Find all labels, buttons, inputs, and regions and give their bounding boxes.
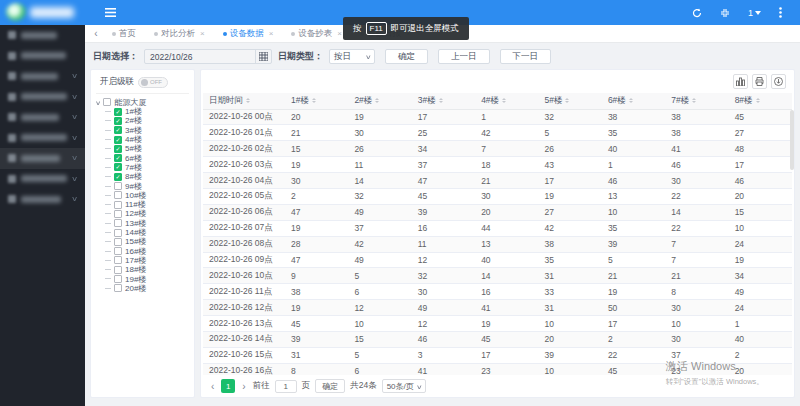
table-header-cell[interactable]: 6#楼 bbox=[602, 93, 665, 109]
tree-expand-icon[interactable]: ∨ bbox=[95, 99, 101, 106]
tab-设备抄表[interactable]: 设备抄表× bbox=[282, 25, 351, 42]
table-row[interactable]: 2022-10-26 12点1912494131503024 bbox=[203, 300, 792, 316]
sort-icon[interactable] bbox=[375, 98, 379, 103]
tree-item-9#楼[interactable]: 9#楼 bbox=[105, 181, 189, 190]
tree-item-checkbox[interactable]: ✓ bbox=[114, 136, 122, 144]
tree-item-14#楼[interactable]: 14#楼 bbox=[105, 228, 189, 237]
tree-item-8#楼[interactable]: ✓8#楼 bbox=[105, 172, 189, 181]
tabs-scroll-left-icon[interactable]: ‹ bbox=[89, 28, 103, 39]
table-scrollbar[interactable] bbox=[790, 110, 794, 170]
table-header-cell[interactable]: 7#楼 bbox=[665, 93, 728, 109]
table-header-cell[interactable]: 5#楼 bbox=[539, 93, 602, 109]
goto-confirm-button[interactable]: 确定 bbox=[315, 379, 345, 393]
tree-root-checkbox[interactable] bbox=[103, 98, 111, 106]
tree-item-checkbox[interactable] bbox=[114, 201, 122, 209]
table-row[interactable]: 2022-10-26 03点191137184314617 bbox=[203, 157, 792, 173]
tree-item-16#楼[interactable]: 16#楼 bbox=[105, 246, 189, 255]
table-row[interactable]: 2022-10-26 10点95321431212134 bbox=[203, 268, 792, 284]
tab-首页[interactable]: 首页 bbox=[103, 25, 145, 42]
prev-day-button[interactable]: 上一日 bbox=[438, 49, 490, 64]
tree-item-10#楼[interactable]: 10#楼 bbox=[105, 191, 189, 200]
sidebar-item[interactable]: ∨ bbox=[0, 107, 85, 128]
tree-item-11#楼[interactable]: 11#楼 bbox=[105, 200, 189, 209]
tab-设备数据[interactable]: 设备数据× bbox=[214, 25, 283, 42]
tree-item-checkbox[interactable]: ✓ bbox=[114, 154, 122, 162]
tree-item-checkbox[interactable]: ✓ bbox=[114, 173, 122, 181]
table-row[interactable]: 2022-10-26 08点284211133839724 bbox=[203, 236, 792, 252]
table-row[interactable]: 2022-10-26 05点232453019132220 bbox=[203, 188, 792, 204]
page-size-select[interactable]: 50条/页 ∨ bbox=[382, 379, 427, 393]
table-row[interactable]: 2022-10-26 01点213025425353827 bbox=[203, 125, 792, 141]
table-row[interactable]: 2022-10-26 04点3014472117463046 bbox=[203, 173, 792, 189]
print-icon[interactable] bbox=[752, 74, 767, 89]
tree-item-checkbox[interactable] bbox=[114, 284, 122, 292]
tree-item-18#楼[interactable]: 18#楼 bbox=[105, 265, 189, 274]
sidebar-item[interactable] bbox=[0, 46, 85, 67]
refresh-icon[interactable] bbox=[692, 8, 702, 18]
table-header-cell[interactable]: 4#楼 bbox=[475, 93, 538, 109]
tree-item-checkbox[interactable] bbox=[114, 182, 122, 190]
table-row[interactable]: 2022-10-26 02点152634726404148 bbox=[203, 141, 792, 157]
tree-item-13#楼[interactable]: 13#楼 bbox=[105, 219, 189, 228]
date-type-select[interactable]: 按日 ∨ bbox=[329, 49, 375, 64]
tree-item-5#楼[interactable]: ✓5#楼 bbox=[105, 144, 189, 153]
table-row[interactable]: 2022-10-26 13点451012191017101 bbox=[203, 316, 792, 332]
tree-item-6#楼[interactable]: ✓6#楼 bbox=[105, 153, 189, 162]
tree-item-checkbox[interactable] bbox=[114, 275, 122, 283]
tree-item-19#楼[interactable]: 19#楼 bbox=[105, 274, 189, 283]
sort-icon[interactable] bbox=[312, 98, 316, 103]
user-menu[interactable]: 1 bbox=[748, 8, 761, 18]
tree-item-12#楼[interactable]: 12#楼 bbox=[105, 209, 189, 218]
table-header-cell[interactable]: 日期时间 bbox=[203, 93, 285, 109]
tree-item-checkbox[interactable] bbox=[114, 219, 122, 227]
sidebar-item[interactable] bbox=[0, 25, 85, 46]
sidebar-item[interactable]: ∨ bbox=[0, 189, 85, 210]
table-row[interactable]: 2022-10-26 16点86412310452320 bbox=[203, 363, 792, 375]
tree-item-checkbox[interactable] bbox=[114, 256, 122, 264]
next-page-icon[interactable]: › bbox=[240, 381, 247, 392]
sidebar-item[interactable]: ∨ bbox=[0, 169, 85, 190]
tree-item-4#楼[interactable]: ✓4#楼 bbox=[105, 135, 189, 144]
tree-item-checkbox[interactable]: ✓ bbox=[114, 117, 122, 125]
chart-view-icon[interactable] bbox=[733, 74, 748, 89]
table-row[interactable]: 2022-10-26 00点201917132383845 bbox=[203, 109, 792, 125]
close-icon[interactable]: × bbox=[200, 29, 205, 38]
tree-item-checkbox[interactable] bbox=[114, 210, 122, 218]
tree-item-3#楼[interactable]: ✓3#楼 bbox=[105, 126, 189, 135]
table-row[interactable]: 2022-10-26 14点391546452023040 bbox=[203, 331, 792, 347]
date-picker-input[interactable]: 2022/10/26 bbox=[144, 49, 272, 64]
sidebar-item[interactable]: ∨ bbox=[0, 128, 85, 149]
sidebar-item[interactable]: ∨ bbox=[0, 66, 85, 87]
tree-item-checkbox[interactable] bbox=[114, 266, 122, 274]
sidebar-item[interactable]: ∨ bbox=[0, 148, 85, 169]
table-row[interactable]: 2022-10-26 11点38630163319849 bbox=[203, 284, 792, 300]
table-row[interactable]: 2022-10-26 06点4749392027101415 bbox=[203, 204, 792, 220]
sort-icon[interactable] bbox=[439, 98, 443, 103]
tree-item-20#楼[interactable]: 20#楼 bbox=[105, 284, 189, 293]
cascade-toggle[interactable]: OFF bbox=[138, 77, 168, 88]
table-header-cell[interactable]: 2#楼 bbox=[348, 93, 411, 109]
table-row[interactable]: 2022-10-26 09点47491240355719 bbox=[203, 252, 792, 268]
goto-page-input[interactable]: 1 bbox=[275, 380, 297, 393]
table-row[interactable]: 2022-10-26 07点1937164442352210 bbox=[203, 220, 792, 236]
tree-item-checkbox[interactable]: ✓ bbox=[114, 163, 122, 171]
tree-item-checkbox[interactable]: ✓ bbox=[114, 108, 122, 116]
page-number-button[interactable]: 1 bbox=[221, 379, 235, 393]
more-icon[interactable] bbox=[779, 7, 782, 18]
export-icon[interactable] bbox=[771, 74, 786, 89]
tree-root-node[interactable]: ∨ 能源大厦 bbox=[96, 97, 189, 107]
tree-item-checkbox[interactable] bbox=[114, 229, 122, 237]
next-day-button[interactable]: 下一日 bbox=[500, 49, 552, 64]
sort-icon[interactable] bbox=[565, 98, 569, 103]
sort-icon[interactable] bbox=[502, 98, 506, 103]
close-icon[interactable]: × bbox=[337, 29, 342, 38]
sort-icon[interactable] bbox=[756, 98, 760, 103]
sort-icon[interactable] bbox=[629, 98, 633, 103]
sidebar-item[interactable]: ∨ bbox=[0, 87, 85, 108]
tree-item-2#楼[interactable]: ✓2#楼 bbox=[105, 116, 189, 125]
sort-icon[interactable] bbox=[692, 98, 696, 103]
tree-item-checkbox[interactable] bbox=[114, 247, 122, 255]
calendar-icon[interactable] bbox=[255, 50, 271, 63]
tree-item-15#楼[interactable]: 15#楼 bbox=[105, 237, 189, 246]
table-header-cell[interactable]: 1#楼 bbox=[285, 93, 348, 109]
